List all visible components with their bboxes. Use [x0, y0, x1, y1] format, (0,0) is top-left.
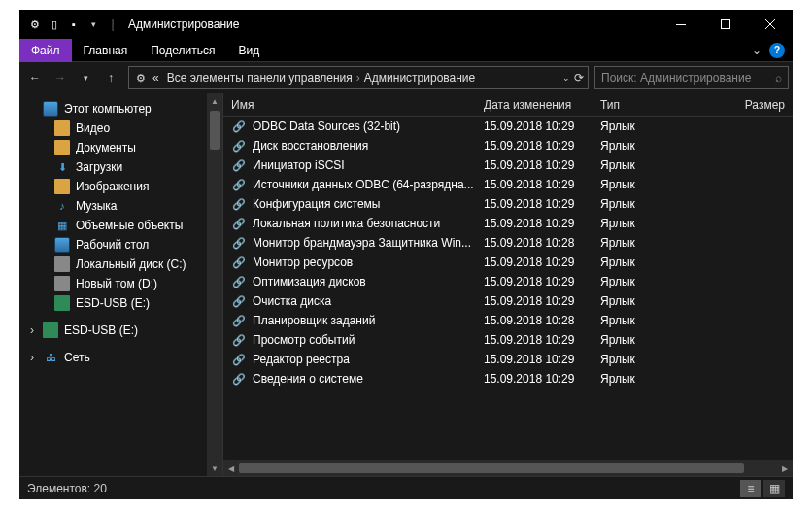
sidebar-item[interactable]: Рабочий стол [19, 235, 222, 254]
column-date[interactable]: Дата изменения [476, 98, 592, 112]
sidebar-item[interactable]: ⬇Загрузки [19, 157, 222, 177]
maximize-button[interactable] [703, 10, 748, 39]
column-name[interactable]: Имя [223, 98, 476, 112]
sidebar-item-label: Видео [76, 121, 110, 135]
table-row[interactable]: 🔗Очистка диска15.09.2018 10:29Ярлык [223, 291, 793, 311]
tab-home[interactable]: Главная [72, 39, 140, 62]
file-name: Планировщик заданий [253, 314, 375, 327]
scroll-up-icon[interactable]: ▲ [207, 93, 222, 109]
search-icon[interactable]: ⌕ [775, 71, 782, 85]
help-icon[interactable]: ? [769, 43, 785, 58]
sidebar-label: ESD-USB (E:) [64, 323, 138, 337]
table-row[interactable]: 🔗Монитор брандмауэра Защитника Win...15.… [223, 233, 793, 253]
column-size[interactable]: Размер [680, 98, 793, 112]
file-date: 15.09.2018 10:29 [476, 197, 592, 211]
usb-icon [43, 322, 58, 338]
file-type: Ярлык [592, 275, 680, 288]
file-type: Ярлык [592, 197, 680, 211]
sidebar-item[interactable]: ♪Музыка [19, 196, 222, 216]
tab-share[interactable]: Поделиться [139, 39, 226, 62]
table-row[interactable]: 🔗ODBC Data Sources (32-bit)15.09.2018 10… [223, 117, 793, 136]
breadcrumb[interactable]: ⚙ « Все элементы панели управления › Адм… [128, 66, 589, 89]
tab-view[interactable]: Вид [226, 39, 271, 62]
sidebar-label: Этот компьютер [64, 102, 152, 116]
shortcut-icon: 🔗 [231, 157, 247, 173]
quick-access-toolbar: ⚙ ▯ ▪ ▾ | [27, 17, 120, 32]
table-row[interactable]: 🔗Источники данных ODBC (64-разрядна...15… [223, 175, 793, 194]
table-row[interactable]: 🔗Локальная политика безопасности15.09.20… [223, 214, 793, 233]
sidebar-scrollbar[interactable]: ▲ ▼ [207, 93, 222, 476]
ribbon-expand-icon[interactable]: ⌄ [752, 44, 761, 57]
sidebar-item[interactable]: ESD-USB (E:) [19, 293, 222, 313]
sidebar-root-this-pc[interactable]: Этот компьютер [19, 99, 222, 119]
table-row[interactable]: 🔗Просмотр событий15.09.2018 10:29Ярлык [223, 330, 793, 350]
up-button[interactable]: ↑ [99, 66, 122, 89]
recent-locations-icon[interactable]: ▾ [74, 66, 97, 89]
sidebar-item-label: Изображения [76, 180, 149, 193]
file-type: Ярлык [592, 119, 680, 133]
properties-icon[interactable]: ▯ [47, 17, 62, 32]
forward-button[interactable]: → [49, 66, 72, 89]
body: Этот компьютер ВидеоДокументы⬇ЗагрузкиИз… [19, 93, 793, 476]
breadcrumb-item[interactable]: Все элементы панели управления [163, 71, 356, 85]
file-type: Ярлык [592, 158, 680, 172]
file-date: 15.09.2018 10:29 [476, 372, 592, 386]
table-row[interactable]: 🔗Сведения о системе15.09.2018 10:29Ярлык [223, 369, 793, 389]
close-button[interactable] [748, 10, 793, 39]
scroll-left-icon[interactable]: ◀ [223, 460, 239, 476]
sidebar-item[interactable]: ▦Объемные объекты [19, 216, 222, 235]
sidebar-root-network[interactable]: › 🖧 Сеть [19, 348, 222, 367]
table-row[interactable]: 🔗Конфигурация системы15.09.2018 10:29Ярл… [223, 194, 793, 214]
chevron-right-icon[interactable]: › [27, 351, 37, 364]
statusbar: Элементов: 20 ≡ ▦ [19, 476, 793, 499]
sidebar-item[interactable]: Локальный диск (C:) [19, 254, 222, 274]
scroll-right-icon[interactable]: ▶ [777, 460, 793, 476]
shortcut-icon: 🔗 [231, 235, 247, 251]
tab-file[interactable]: Файл [19, 39, 72, 62]
sidebar-item[interactable]: Документы [19, 138, 222, 157]
svg-rect-1 [722, 20, 730, 29]
refresh-icon[interactable]: ⟳ [574, 71, 584, 85]
sidebar-root-esd-usb[interactable]: › ESD-USB (E:) [19, 321, 222, 340]
breadcrumb-dropdown-icon[interactable]: ⌄ [562, 73, 570, 83]
file-name: Локальная политика безопасности [253, 217, 440, 230]
search-input[interactable]: Поиск: Администрирование ⌕ [594, 66, 789, 89]
breadcrumb-item[interactable]: Администрирование [360, 71, 479, 85]
file-type: Ярлык [592, 255, 680, 269]
column-type[interactable]: Тип [592, 98, 680, 112]
shortcut-icon: 🔗 [231, 352, 247, 367]
file-name: Монитор брандмауэра Защитника Win... [253, 236, 471, 250]
ribbon-tabs: Файл Главная Поделиться Вид ⌄ ? [19, 39, 793, 62]
file-name: Диск восстановления [253, 139, 368, 153]
new-folder-icon[interactable]: ▪ [66, 17, 82, 32]
sidebar-item[interactable]: Новый том (D:) [19, 274, 222, 293]
table-row[interactable]: 🔗Редактор реестра15.09.2018 10:29Ярлык [223, 350, 793, 369]
sidebar-item[interactable]: Изображения [19, 177, 222, 196]
file-type: Ярлык [592, 294, 680, 308]
file-type: Ярлык [592, 217, 680, 230]
table-row[interactable]: 🔗Планировщик заданий15.09.2018 10:28Ярлы… [223, 311, 793, 330]
minimize-button[interactable] [659, 10, 703, 39]
table-row[interactable]: 🔗Диск восстановления15.09.2018 10:29Ярлы… [223, 136, 793, 155]
file-name: Просмотр событий [253, 333, 355, 347]
back-button[interactable]: ← [23, 66, 47, 89]
scrollbar-track[interactable] [239, 463, 777, 473]
file-date: 15.09.2018 10:29 [476, 333, 592, 347]
large-icons-view-button[interactable]: ▦ [763, 480, 785, 497]
shortcut-icon: 🔗 [231, 177, 247, 192]
table-row[interactable]: 🔗Оптимизация дисков15.09.2018 10:29Ярлык [223, 272, 793, 291]
admin-tools-icon: ⚙ [27, 17, 43, 32]
file-type: Ярлык [592, 314, 680, 327]
table-row[interactable]: 🔗Инициатор iSCSI15.09.2018 10:29Ярлык [223, 155, 793, 175]
details-view-button[interactable]: ≡ [740, 480, 761, 497]
qat-chevron-icon[interactable]: ▾ [85, 17, 101, 32]
table-row[interactable]: 🔗Монитор ресурсов15.09.2018 10:29Ярлык [223, 253, 793, 272]
file-name: Конфигурация системы [253, 197, 380, 211]
file-date: 15.09.2018 10:29 [476, 119, 592, 133]
scroll-down-icon[interactable]: ▼ [207, 460, 222, 476]
scrollbar-thumb[interactable] [210, 111, 220, 150]
chevron-right-icon[interactable]: › [27, 323, 37, 337]
scrollbar-thumb[interactable] [239, 463, 744, 473]
horizontal-scrollbar[interactable]: ◀ ▶ [223, 460, 793, 476]
sidebar-item[interactable]: Видео [19, 119, 222, 138]
